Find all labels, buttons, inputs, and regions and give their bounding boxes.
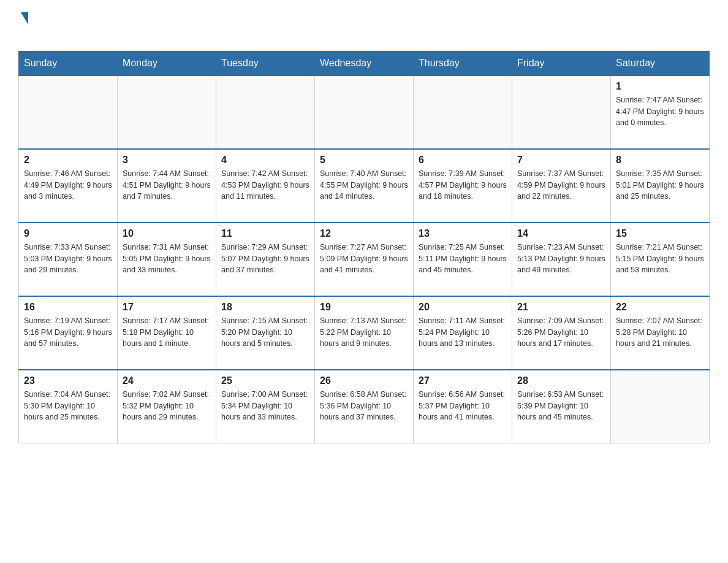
day-info: Sunrise: 6:53 AM Sunset: 5:39 PM Dayligh… <box>517 389 605 423</box>
calendar-body: 1Sunrise: 7:47 AM Sunset: 4:47 PM Daylig… <box>19 75 710 443</box>
day-cell: 19Sunrise: 7:13 AM Sunset: 5:22 PM Dayli… <box>315 296 414 370</box>
day-cell: 26Sunrise: 6:58 AM Sunset: 5:36 PM Dayli… <box>315 370 414 443</box>
day-cell <box>118 75 216 149</box>
day-info: Sunrise: 7:15 AM Sunset: 5:20 PM Dayligh… <box>221 315 309 350</box>
week-row-1: 1Sunrise: 7:47 AM Sunset: 4:47 PM Daylig… <box>19 75 710 149</box>
day-cell: 14Sunrise: 7:23 AM Sunset: 5:13 PM Dayli… <box>512 223 611 296</box>
day-number: 8 <box>616 155 704 166</box>
day-cell <box>512 75 611 149</box>
col-monday: Monday <box>118 51 216 75</box>
day-number: 6 <box>419 155 507 166</box>
day-cell: 6Sunrise: 7:39 AM Sunset: 4:57 PM Daylig… <box>414 149 512 223</box>
day-info: Sunrise: 7:07 AM Sunset: 5:28 PM Dayligh… <box>616 315 704 350</box>
day-info: Sunrise: 7:42 AM Sunset: 4:53 PM Dayligh… <box>221 168 309 202</box>
day-info: Sunrise: 7:27 AM Sunset: 5:09 PM Dayligh… <box>320 242 408 276</box>
day-cell: 3Sunrise: 7:44 AM Sunset: 4:51 PM Daylig… <box>118 149 216 223</box>
day-cell <box>315 75 414 149</box>
day-cell: 20Sunrise: 7:11 AM Sunset: 5:24 PM Dayli… <box>414 296 512 370</box>
day-number: 26 <box>320 375 408 386</box>
day-info: Sunrise: 7:19 AM Sunset: 5:16 PM Dayligh… <box>24 315 112 350</box>
day-info: Sunrise: 7:29 AM Sunset: 5:07 PM Dayligh… <box>221 242 309 276</box>
col-tuesday: Tuesday <box>216 51 315 75</box>
day-number: 2 <box>24 155 112 166</box>
day-number: 15 <box>616 228 704 239</box>
day-info: Sunrise: 7:46 AM Sunset: 4:49 PM Dayligh… <box>24 168 112 202</box>
day-info: Sunrise: 7:02 AM Sunset: 5:32 PM Dayligh… <box>123 389 211 423</box>
day-info: Sunrise: 7:09 AM Sunset: 5:26 PM Dayligh… <box>517 315 605 350</box>
day-number: 20 <box>419 302 507 313</box>
day-cell: 27Sunrise: 6:56 AM Sunset: 5:37 PM Dayli… <box>414 370 512 443</box>
day-cell: 17Sunrise: 7:17 AM Sunset: 5:18 PM Dayli… <box>118 296 216 370</box>
calendar-table: Sunday Monday Tuesday Wednesday Thursday… <box>18 51 710 444</box>
day-number: 10 <box>123 228 211 239</box>
day-cell: 8Sunrise: 7:35 AM Sunset: 5:01 PM Daylig… <box>611 149 710 223</box>
day-number: 23 <box>24 375 112 386</box>
day-cell: 13Sunrise: 7:25 AM Sunset: 5:11 PM Dayli… <box>414 223 512 296</box>
day-cell: 11Sunrise: 7:29 AM Sunset: 5:07 PM Dayli… <box>216 223 315 296</box>
day-number: 5 <box>320 155 408 166</box>
day-cell: 12Sunrise: 7:27 AM Sunset: 5:09 PM Dayli… <box>315 223 414 296</box>
day-number: 4 <box>221 155 309 166</box>
day-info: Sunrise: 6:56 AM Sunset: 5:37 PM Dayligh… <box>419 389 507 423</box>
day-info: Sunrise: 7:31 AM Sunset: 5:05 PM Dayligh… <box>123 242 211 276</box>
day-cell <box>414 75 512 149</box>
day-info: Sunrise: 7:13 AM Sunset: 5:22 PM Dayligh… <box>320 315 408 350</box>
day-number: 3 <box>123 155 211 166</box>
day-number: 25 <box>221 375 309 386</box>
day-number: 7 <box>517 155 605 166</box>
day-info: Sunrise: 7:17 AM Sunset: 5:18 PM Dayligh… <box>123 315 211 350</box>
day-cell: 7Sunrise: 7:37 AM Sunset: 4:59 PM Daylig… <box>512 149 611 223</box>
col-thursday: Thursday <box>414 51 512 75</box>
day-info: Sunrise: 7:00 AM Sunset: 5:34 PM Dayligh… <box>221 389 309 423</box>
day-cell <box>216 75 315 149</box>
day-info: Sunrise: 7:44 AM Sunset: 4:51 PM Dayligh… <box>123 168 211 202</box>
day-cell: 2Sunrise: 7:46 AM Sunset: 4:49 PM Daylig… <box>19 149 118 223</box>
day-cell: 21Sunrise: 7:09 AM Sunset: 5:26 PM Dayli… <box>512 296 611 370</box>
day-number: 12 <box>320 228 408 239</box>
logo-arrow-icon <box>21 12 28 25</box>
col-saturday: Saturday <box>611 51 710 75</box>
day-info: Sunrise: 7:37 AM Sunset: 4:59 PM Dayligh… <box>517 168 605 202</box>
day-cell: 9Sunrise: 7:33 AM Sunset: 5:03 PM Daylig… <box>19 223 118 296</box>
day-number: 21 <box>517 302 605 313</box>
week-row-3: 9Sunrise: 7:33 AM Sunset: 5:03 PM Daylig… <box>19 223 710 296</box>
day-cell: 22Sunrise: 7:07 AM Sunset: 5:28 PM Dayli… <box>611 296 710 370</box>
day-cell: 28Sunrise: 6:53 AM Sunset: 5:39 PM Dayli… <box>512 370 611 443</box>
calendar-header: Sunday Monday Tuesday Wednesday Thursday… <box>19 51 710 75</box>
day-number: 1 <box>616 81 704 92</box>
day-info: Sunrise: 7:04 AM Sunset: 5:30 PM Dayligh… <box>24 389 112 423</box>
day-info: Sunrise: 7:33 AM Sunset: 5:03 PM Dayligh… <box>24 242 112 276</box>
week-row-5: 23Sunrise: 7:04 AM Sunset: 5:30 PM Dayli… <box>19 370 710 443</box>
day-info: Sunrise: 7:47 AM Sunset: 4:47 PM Dayligh… <box>616 94 704 129</box>
day-number: 27 <box>419 375 507 386</box>
day-number: 17 <box>123 302 211 313</box>
day-number: 24 <box>123 375 211 386</box>
day-info: Sunrise: 7:11 AM Sunset: 5:24 PM Dayligh… <box>419 315 507 350</box>
day-cell <box>611 370 710 443</box>
day-info: Sunrise: 7:21 AM Sunset: 5:15 PM Dayligh… <box>616 242 704 276</box>
day-number: 13 <box>419 228 507 239</box>
header-row: Sunday Monday Tuesday Wednesday Thursday… <box>19 51 710 75</box>
day-number: 11 <box>221 228 309 239</box>
day-number: 9 <box>24 228 112 239</box>
col-sunday: Sunday <box>19 51 118 75</box>
day-cell: 15Sunrise: 7:21 AM Sunset: 5:15 PM Dayli… <box>611 223 710 296</box>
day-info: Sunrise: 6:58 AM Sunset: 5:36 PM Dayligh… <box>320 389 408 423</box>
day-number: 28 <box>517 375 605 386</box>
day-info: Sunrise: 7:39 AM Sunset: 4:57 PM Dayligh… <box>419 168 507 202</box>
day-info: Sunrise: 7:35 AM Sunset: 5:01 PM Dayligh… <box>616 168 704 202</box>
day-number: 18 <box>221 302 309 313</box>
day-cell: 23Sunrise: 7:04 AM Sunset: 5:30 PM Dayli… <box>19 370 118 443</box>
week-row-4: 16Sunrise: 7:19 AM Sunset: 5:16 PM Dayli… <box>19 296 710 370</box>
day-cell: 5Sunrise: 7:40 AM Sunset: 4:55 PM Daylig… <box>315 149 414 223</box>
day-number: 14 <box>517 228 605 239</box>
week-row-2: 2Sunrise: 7:46 AM Sunset: 4:49 PM Daylig… <box>19 149 710 223</box>
day-cell: 25Sunrise: 7:00 AM Sunset: 5:34 PM Dayli… <box>216 370 315 443</box>
day-cell <box>19 75 118 149</box>
logo <box>18 12 28 45</box>
day-cell: 16Sunrise: 7:19 AM Sunset: 5:16 PM Dayli… <box>19 296 118 370</box>
day-cell: 1Sunrise: 7:47 AM Sunset: 4:47 PM Daylig… <box>611 75 710 149</box>
day-cell: 24Sunrise: 7:02 AM Sunset: 5:32 PM Dayli… <box>118 370 216 443</box>
page-header <box>18 12 710 45</box>
day-cell: 18Sunrise: 7:15 AM Sunset: 5:20 PM Dayli… <box>216 296 315 370</box>
